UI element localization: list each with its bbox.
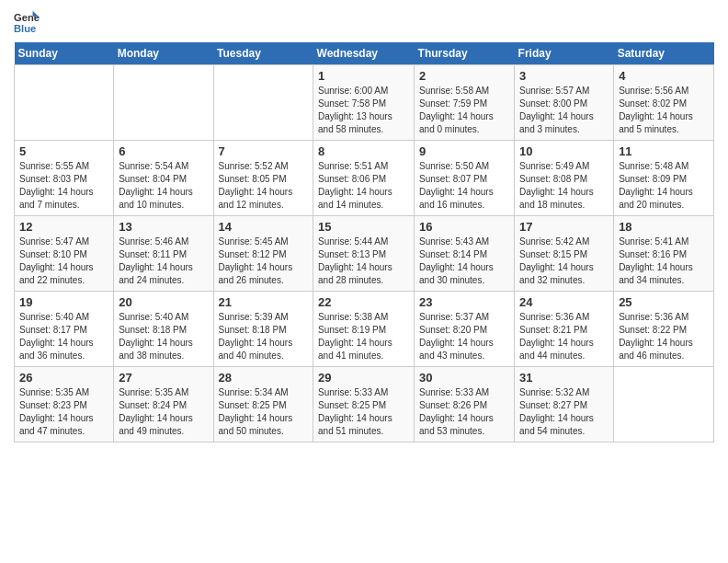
day-info: Sunrise: 5:56 AMSunset: 8:02 PMDaylight:… (619, 85, 709, 136)
calendar-day-cell: 7Sunrise: 5:52 AMSunset: 8:05 PMDaylight… (213, 141, 313, 216)
day-number: 20 (119, 295, 208, 309)
day-info: Sunrise: 5:36 AMSunset: 8:21 PMDaylight:… (519, 311, 609, 362)
calendar-day-cell: 14Sunrise: 5:45 AMSunset: 8:12 PMDayligh… (213, 216, 313, 292)
day-number: 5 (19, 144, 108, 158)
day-number: 1 (318, 69, 409, 83)
day-info: Sunrise: 5:33 AMSunset: 8:25 PMDaylight:… (318, 386, 409, 438)
day-info: Sunrise: 5:49 AMSunset: 8:08 PMDaylight:… (519, 160, 609, 212)
day-number: 31 (519, 371, 609, 385)
calendar-day-cell: 20Sunrise: 5:40 AMSunset: 8:18 PMDayligh… (114, 292, 213, 367)
calendar-day-cell: 4Sunrise: 5:56 AMSunset: 8:02 PMDaylight… (614, 65, 714, 141)
day-info: Sunrise: 5:51 AMSunset: 8:06 PMDaylight:… (318, 160, 409, 212)
day-number: 14 (219, 220, 309, 234)
calendar-day-cell: 27Sunrise: 5:35 AMSunset: 8:24 PMDayligh… (114, 367, 213, 442)
calendar-week-row: 26Sunrise: 5:35 AMSunset: 8:23 PMDayligh… (15, 367, 714, 442)
day-info: Sunrise: 5:36 AMSunset: 8:22 PMDaylight:… (619, 311, 709, 362)
calendar-day-cell (15, 65, 114, 141)
day-info: Sunrise: 5:55 AMSunset: 8:03 PMDaylight:… (19, 160, 108, 212)
calendar-day-cell: 22Sunrise: 5:38 AMSunset: 8:19 PMDayligh… (313, 292, 415, 367)
day-info: Sunrise: 5:42 AMSunset: 8:15 PMDaylight:… (519, 236, 609, 287)
day-info: Sunrise: 5:32 AMSunset: 8:27 PMDaylight:… (519, 386, 609, 438)
day-number: 2 (419, 69, 509, 83)
calendar-day-cell: 12Sunrise: 5:47 AMSunset: 8:10 PMDayligh… (15, 216, 114, 292)
day-info: Sunrise: 5:54 AMSunset: 8:04 PMDaylight:… (119, 160, 208, 212)
calendar-header-cell: Monday (114, 42, 213, 65)
day-info: Sunrise: 5:35 AMSunset: 8:23 PMDaylight:… (19, 386, 108, 438)
calendar-week-row: 5Sunrise: 5:55 AMSunset: 8:03 PMDaylight… (15, 141, 714, 216)
day-info: Sunrise: 5:40 AMSunset: 8:17 PMDaylight:… (19, 311, 108, 362)
day-number: 21 (219, 295, 309, 309)
calendar-day-cell: 3Sunrise: 5:57 AMSunset: 8:00 PMDaylight… (515, 65, 614, 141)
calendar-day-cell: 23Sunrise: 5:37 AMSunset: 8:20 PMDayligh… (415, 292, 515, 367)
calendar-day-cell: 26Sunrise: 5:35 AMSunset: 8:23 PMDayligh… (15, 367, 114, 442)
calendar-week-row: 1Sunrise: 6:00 AMSunset: 7:58 PMDaylight… (15, 65, 714, 141)
calendar-day-cell: 6Sunrise: 5:54 AMSunset: 8:04 PMDaylight… (114, 141, 213, 216)
day-info: Sunrise: 5:46 AMSunset: 8:11 PMDaylight:… (119, 236, 208, 287)
day-number: 29 (318, 371, 409, 385)
calendar-week-row: 12Sunrise: 5:47 AMSunset: 8:10 PMDayligh… (15, 216, 714, 292)
day-number: 6 (119, 144, 208, 158)
calendar-day-cell: 9Sunrise: 5:50 AMSunset: 8:07 PMDaylight… (415, 141, 515, 216)
day-info: Sunrise: 5:40 AMSunset: 8:18 PMDaylight:… (119, 311, 208, 362)
calendar-day-cell: 19Sunrise: 5:40 AMSunset: 8:17 PMDayligh… (15, 292, 114, 367)
day-number: 28 (219, 371, 309, 385)
day-info: Sunrise: 5:41 AMSunset: 8:16 PMDaylight:… (619, 236, 709, 287)
calendar-day-cell: 5Sunrise: 5:55 AMSunset: 8:03 PMDaylight… (15, 141, 114, 216)
day-info: Sunrise: 5:33 AMSunset: 8:26 PMDaylight:… (419, 386, 509, 438)
page-header: General Blue (14, 9, 714, 35)
day-number: 23 (419, 295, 509, 309)
day-info: Sunrise: 5:39 AMSunset: 8:18 PMDaylight:… (219, 311, 309, 362)
day-number: 17 (519, 220, 609, 234)
day-number: 24 (519, 295, 609, 309)
calendar-day-cell (114, 65, 213, 141)
calendar-day-cell: 25Sunrise: 5:36 AMSunset: 8:22 PMDayligh… (614, 292, 714, 367)
day-number: 12 (19, 220, 108, 234)
day-info: Sunrise: 5:44 AMSunset: 8:13 PMDaylight:… (318, 236, 409, 287)
day-number: 30 (419, 371, 509, 385)
calendar-day-cell: 16Sunrise: 5:43 AMSunset: 8:14 PMDayligh… (415, 216, 515, 292)
day-info: Sunrise: 5:48 AMSunset: 8:09 PMDaylight:… (619, 160, 709, 212)
day-number: 15 (318, 220, 409, 234)
calendar-day-cell: 28Sunrise: 5:34 AMSunset: 8:25 PMDayligh… (213, 367, 313, 442)
calendar-header-cell: Saturday (614, 42, 714, 65)
calendar-day-cell: 21Sunrise: 5:39 AMSunset: 8:18 PMDayligh… (213, 292, 313, 367)
svg-text:Blue: Blue (14, 23, 36, 34)
day-info: Sunrise: 5:57 AMSunset: 8:00 PMDaylight:… (519, 85, 609, 136)
day-number: 13 (119, 220, 208, 234)
day-number: 8 (318, 144, 409, 158)
calendar-day-cell: 18Sunrise: 5:41 AMSunset: 8:16 PMDayligh… (614, 216, 714, 292)
calendar-week-row: 19Sunrise: 5:40 AMSunset: 8:17 PMDayligh… (15, 292, 714, 367)
calendar-day-cell: 24Sunrise: 5:36 AMSunset: 8:21 PMDayligh… (515, 292, 614, 367)
calendar-day-cell: 17Sunrise: 5:42 AMSunset: 8:15 PMDayligh… (515, 216, 614, 292)
calendar-header-row: SundayMondayTuesdayWednesdayThursdayFrid… (15, 42, 714, 65)
calendar-day-cell (213, 65, 313, 141)
day-number: 22 (318, 295, 409, 309)
calendar-day-cell (614, 367, 714, 442)
day-number: 16 (419, 220, 509, 234)
day-number: 4 (619, 69, 709, 83)
calendar-day-cell: 13Sunrise: 5:46 AMSunset: 8:11 PMDayligh… (114, 216, 213, 292)
calendar-header-cell: Sunday (15, 42, 114, 65)
logo: General Blue (14, 9, 43, 35)
calendar-day-cell: 2Sunrise: 5:58 AMSunset: 7:59 PMDaylight… (415, 65, 515, 141)
calendar-day-cell: 30Sunrise: 5:33 AMSunset: 8:26 PMDayligh… (415, 367, 515, 442)
day-info: Sunrise: 5:47 AMSunset: 8:10 PMDaylight:… (19, 236, 108, 287)
calendar-day-cell: 11Sunrise: 5:48 AMSunset: 8:09 PMDayligh… (614, 141, 714, 216)
day-number: 27 (119, 371, 208, 385)
calendar-day-cell: 15Sunrise: 5:44 AMSunset: 8:13 PMDayligh… (313, 216, 415, 292)
logo-icon: General Blue (14, 9, 40, 35)
calendar-header-cell: Wednesday (313, 42, 415, 65)
day-number: 3 (519, 69, 609, 83)
svg-text:General: General (14, 12, 40, 23)
day-info: Sunrise: 5:52 AMSunset: 8:05 PMDaylight:… (219, 160, 309, 212)
day-number: 7 (219, 144, 309, 158)
day-number: 9 (419, 144, 509, 158)
calendar-body: 1Sunrise: 6:00 AMSunset: 7:58 PMDaylight… (15, 65, 714, 442)
day-number: 26 (19, 371, 108, 385)
day-info: Sunrise: 6:00 AMSunset: 7:58 PMDaylight:… (318, 85, 409, 136)
calendar-day-cell: 8Sunrise: 5:51 AMSunset: 8:06 PMDaylight… (313, 141, 415, 216)
calendar-table: SundayMondayTuesdayWednesdayThursdayFrid… (14, 42, 714, 442)
day-info: Sunrise: 5:58 AMSunset: 7:59 PMDaylight:… (419, 85, 509, 136)
calendar-header: SundayMondayTuesdayWednesdayThursdayFrid… (15, 42, 714, 65)
day-info: Sunrise: 5:50 AMSunset: 8:07 PMDaylight:… (419, 160, 509, 212)
